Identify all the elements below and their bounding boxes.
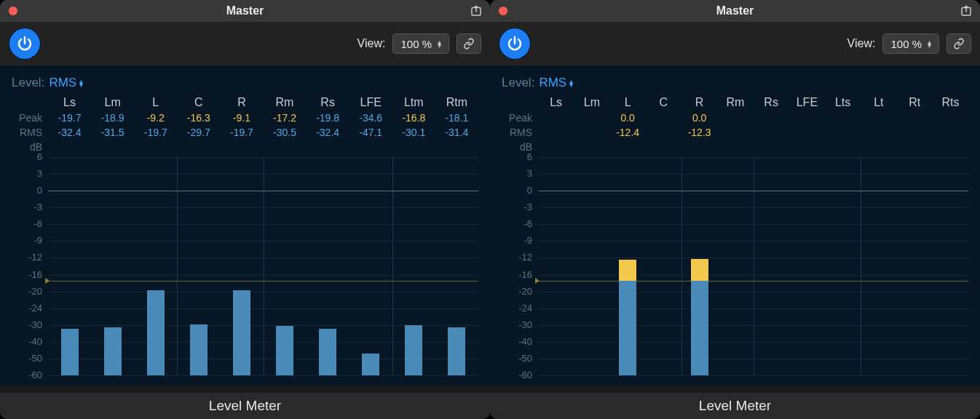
meter-bar-slot xyxy=(825,157,861,375)
plugin-body: Level:RMS▴▾LsLmLCRRmRsLFELtsLtRtRtsPeak0… xyxy=(490,65,980,386)
meter-bar-slot xyxy=(220,157,263,375)
level-select[interactable]: RMS▴▾ xyxy=(539,76,573,90)
channel-label: LFE xyxy=(789,96,825,111)
channel-label: LFE xyxy=(349,96,392,111)
meter-bar-slot xyxy=(574,157,609,375)
meter-bar-slot xyxy=(897,157,933,375)
toolbar: View:100 %▴▾ xyxy=(490,22,980,65)
rms-row-label: RMS xyxy=(503,127,532,138)
popout-icon[interactable] xyxy=(960,4,973,17)
meter-bar-slot xyxy=(48,157,91,375)
rms-value: -31.5 xyxy=(91,127,134,138)
meter-bar xyxy=(619,260,636,375)
meter-grid: LsLmLCRRmRsLFELtsLtRtRtsPeak0.00.0-12.4-… xyxy=(538,96,968,372)
meter-bar xyxy=(233,290,250,375)
meter-bar-slot xyxy=(861,157,896,375)
power-button[interactable] xyxy=(9,28,41,60)
plugin-body: Level:RMS▴▾LsLmLCRRmRsLFELtmRtmPeak-19.7… xyxy=(0,65,490,386)
channel-label: Rt xyxy=(897,96,933,111)
peak-value: -16.8 xyxy=(392,112,435,124)
meter-bar-cap xyxy=(619,260,636,281)
rms-value: -32.4 xyxy=(48,127,91,138)
db-tick: -16 xyxy=(503,269,532,280)
meter-bar-slot xyxy=(717,157,753,375)
peak-value: -18.9 xyxy=(91,112,134,124)
peak-value: -19.7 xyxy=(48,112,91,124)
channel-label: Rm xyxy=(263,96,306,111)
meter-bar xyxy=(104,327,122,375)
popout-icon[interactable] xyxy=(470,4,483,17)
plugin-footer: Level Meter xyxy=(490,393,980,419)
channel-label: C xyxy=(646,96,681,111)
meter-bar-slot xyxy=(789,157,825,375)
channel-label: Lt xyxy=(861,96,896,111)
meter-bar xyxy=(190,324,208,375)
meter-bar-slot xyxy=(681,157,717,375)
db-tick: -24 xyxy=(503,303,532,314)
stepper-icon: ▴▾ xyxy=(438,40,441,47)
channel-label: Rs xyxy=(754,96,789,111)
channel-label: R xyxy=(681,96,717,111)
peak-value: 0.0 xyxy=(681,112,717,124)
rms-value: -32.4 xyxy=(307,127,349,138)
toolbar: View:100 %▴▾ xyxy=(0,22,490,65)
peak-value: 0.0 xyxy=(610,112,646,124)
rms-value: -12.3 xyxy=(681,127,717,138)
rms-value: -30.1 xyxy=(392,127,435,138)
window-title: Master xyxy=(490,4,980,17)
meter-bar-slot xyxy=(610,157,646,375)
channel-label: Rts xyxy=(933,96,968,111)
rms-value: -31.4 xyxy=(435,127,478,138)
plugin-footer: Level Meter xyxy=(0,393,490,419)
channel-label: Ls xyxy=(538,96,574,111)
gridline xyxy=(48,375,478,376)
channel-label: L xyxy=(134,96,177,111)
db-tick: -6 xyxy=(503,218,532,229)
meter-bar xyxy=(276,326,293,375)
view-select[interactable]: 100 %▴▾ xyxy=(392,33,449,54)
db-tick: -60 xyxy=(503,370,532,380)
channel-label: Lm xyxy=(91,96,134,111)
power-button[interactable] xyxy=(499,28,531,60)
channel-label: Lm xyxy=(574,96,609,111)
meter-bar-slot xyxy=(177,157,220,375)
rms-value: -12.4 xyxy=(610,127,646,138)
meter-bar xyxy=(319,329,336,375)
rms-row-label: RMS xyxy=(13,127,42,138)
meter-bar-slot xyxy=(646,157,681,375)
level-label: Level: xyxy=(12,76,44,90)
channel-label: Rtm xyxy=(435,96,478,111)
db-tick: -50 xyxy=(13,353,42,364)
db-tick: 3 xyxy=(13,168,42,179)
db-tick: -40 xyxy=(503,336,532,347)
db-tick: -30 xyxy=(503,319,532,330)
meter-bar-slot xyxy=(392,157,435,375)
level-select[interactable]: RMS▴▾ xyxy=(49,76,83,90)
meter-bar-slot xyxy=(91,157,134,375)
link-button[interactable] xyxy=(947,33,971,54)
db-tick: 6 xyxy=(13,151,42,162)
peak-label: Peak xyxy=(13,112,42,124)
window-title: Master xyxy=(0,4,490,17)
titlebar: Master xyxy=(490,0,980,22)
level-label: Level: xyxy=(502,76,534,90)
peak-value: -9.2 xyxy=(134,112,177,124)
view-label: View: xyxy=(357,37,386,50)
db-tick: -12 xyxy=(13,252,42,263)
db-tick: -16 xyxy=(13,269,42,280)
channel-label: Ls xyxy=(48,96,91,111)
peak-value: -19.8 xyxy=(307,112,349,124)
db-tick: -9 xyxy=(13,235,42,246)
channel-label: Lts xyxy=(825,96,861,111)
meter-bar-slot xyxy=(263,157,306,375)
meter-bar xyxy=(362,354,379,375)
peak-label: Peak xyxy=(503,112,532,124)
gridline xyxy=(538,375,968,376)
view-select[interactable]: 100 %▴▾ xyxy=(882,33,939,54)
meter-chart: 630-3-6-9-12-16-20-24-30-40-50-60 xyxy=(538,157,968,375)
peak-value: -17.2 xyxy=(263,112,306,124)
link-button[interactable] xyxy=(457,33,481,54)
rms-value: -19.7 xyxy=(134,127,177,138)
db-tick: -20 xyxy=(13,286,42,297)
titlebar: Master xyxy=(0,0,490,22)
